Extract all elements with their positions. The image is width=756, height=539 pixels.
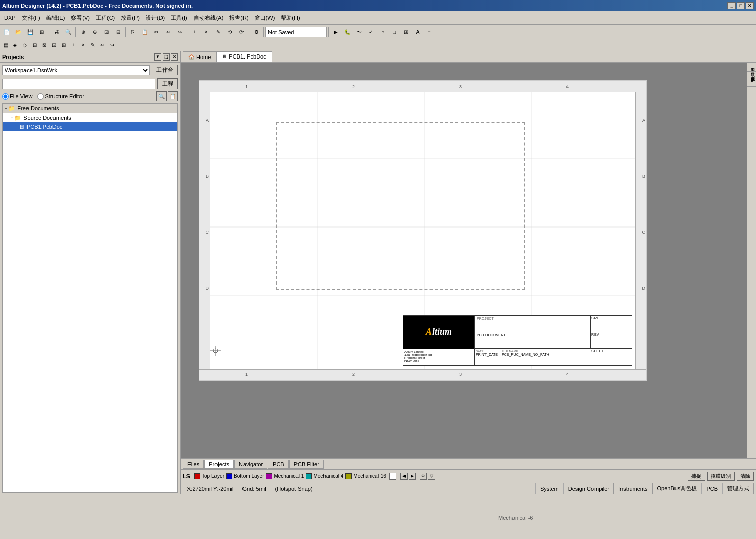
layer-top[interactable]: Top Layer <box>194 473 224 479</box>
tb2-btn10[interactable]: ✎ <box>88 41 97 50</box>
panel-close-btn[interactable]: ✕ <box>171 53 178 61</box>
debug-btn[interactable]: 🐛 <box>342 26 353 38</box>
pcb-btn[interactable]: PCB <box>701 483 722 494</box>
layer-scroll-right[interactable]: ▶ <box>409 473 416 480</box>
misc-btn4[interactable]: ⟲ <box>224 26 235 38</box>
tab-home[interactable]: 🏠 Home <box>183 51 217 62</box>
menu-autoroute[interactable]: 自动布线(A) <box>191 11 227 24</box>
wave-btn[interactable]: 〜 <box>354 26 365 38</box>
menu-dxp[interactable]: DXP <box>1 11 19 24</box>
panel-pin-btn[interactable]: ▼ <box>154 53 161 61</box>
tb2-btn7[interactable]: ⊞ <box>59 41 68 50</box>
project-input[interactable] <box>2 79 155 89</box>
layer-mech4[interactable]: Mechanical 4 <box>306 473 343 479</box>
misc-btn6[interactable]: ⚙ <box>251 26 262 38</box>
square-btn[interactable]: □ <box>389 26 400 38</box>
openbus-btn[interactable]: OpenBus调色板 <box>653 483 702 494</box>
misc-btn3[interactable]: ✎ <box>212 26 224 38</box>
layer-scroll-left[interactable]: ◀ <box>400 473 408 480</box>
zoom-out-btn[interactable]: ⊖ <box>89 26 100 38</box>
panel-expand-btn[interactable]: ⬚ <box>163 53 170 61</box>
manage-btn[interactable]: 管理方式 <box>722 483 754 494</box>
minimize-button[interactable]: _ <box>727 2 736 9</box>
workspace-btn[interactable]: 工作台 <box>152 65 178 75</box>
tab-pcb[interactable]: PCB <box>268 460 289 469</box>
menu-view[interactable]: 察看(V) <box>68 11 93 24</box>
tab-files[interactable]: Files <box>183 460 204 469</box>
layer-settings-btn[interactable]: ⚙ <box>420 473 427 480</box>
open-btn[interactable]: 📂 <box>13 26 24 38</box>
tb2-btn11[interactable]: ↩ <box>98 41 107 50</box>
redo-btn[interactable]: ↪ <box>174 26 185 38</box>
menu-place[interactable]: 放置(P) <box>118 11 143 24</box>
misc-btn2[interactable]: × <box>201 26 212 38</box>
side-panel-satellite[interactable]: 卫星图 <box>747 63 756 67</box>
tb2-btn9[interactable]: × <box>78 41 88 50</box>
design-compiler-btn[interactable]: Design Compiler <box>563 483 614 494</box>
maximize-button[interactable]: □ <box>737 2 745 9</box>
view-icon-btn1[interactable]: 🔍 <box>156 91 167 101</box>
menu-window[interactable]: 窗口(W) <box>252 11 278 24</box>
pcb-canvas[interactable]: 1 2 3 4 A B C D A B C D <box>181 63 756 458</box>
tb2-btn1[interactable]: ▤ <box>1 41 10 50</box>
new-btn[interactable]: 📄 <box>1 26 12 38</box>
save-all-btn[interactable]: ⊞ <box>36 26 47 38</box>
clear-btn[interactable]: 清除 <box>737 472 754 481</box>
tb2-btn4[interactable]: ⊟ <box>30 41 39 50</box>
side-panel-arrow[interactable]: ▼ <box>747 76 756 87</box>
layer-filter-btn[interactable]: ▽ <box>428 473 435 480</box>
undo-btn[interactable]: ↩ <box>163 26 174 38</box>
menu-help[interactable]: 帮助(H) <box>278 11 303 24</box>
menu-file[interactable]: 文件(F) <box>19 11 43 24</box>
menu-project[interactable]: 工程(C) <box>93 11 118 24</box>
menu-design[interactable]: 设计(D) <box>143 11 168 24</box>
layer-mech1[interactable]: Mechanical 1 <box>266 473 304 479</box>
grid-btn[interactable]: ⊞ <box>400 26 412 38</box>
misc-btn5[interactable]: ⟳ <box>236 26 247 38</box>
align-btn[interactable]: ≡ <box>424 26 435 38</box>
paste-btn[interactable]: 📋 <box>139 26 150 38</box>
workspace-select[interactable]: Workspace1.DsnWrk <box>2 65 150 75</box>
check-btn[interactable]: ✓ <box>365 26 376 38</box>
run-btn[interactable]: ▶ <box>330 26 341 38</box>
snap-btn[interactable]: 捕捉 <box>688 472 705 481</box>
tb2-btn2[interactable]: ◈ <box>11 41 20 50</box>
tab-pcb[interactable]: 🖥 PCB1. PcbDoc <box>217 51 272 62</box>
instruments-btn[interactable]: Instruments <box>614 483 652 494</box>
close-button[interactable]: ✕ <box>746 2 754 9</box>
print-btn[interactable]: 🖨 <box>51 26 62 38</box>
side-panel-palette[interactable]: 读取调色板 <box>747 72 756 76</box>
copy-btn[interactable]: ⎘ <box>127 26 139 38</box>
menu-edit[interactable]: 编辑(E) <box>43 11 68 24</box>
side-panel-nav[interactable]: 导航 <box>747 67 756 72</box>
tb2-btn3[interactable]: ◇ <box>20 41 30 50</box>
zoom-select-btn[interactable]: ⊟ <box>113 26 124 38</box>
text-btn[interactable]: A <box>412 26 423 38</box>
zoom-all-btn[interactable]: ⊡ <box>101 26 112 38</box>
tree-item-source-documents[interactable]: − 📁 Source Documents <box>3 113 177 122</box>
system-btn[interactable]: System <box>535 483 563 494</box>
tb2-btn6[interactable]: ⊡ <box>49 41 59 50</box>
tab-pcb-filter[interactable]: PCB Filter <box>289 460 324 469</box>
structure-editor-radio[interactable] <box>37 93 44 100</box>
layer-empty-box[interactable] <box>389 473 396 480</box>
mask-btn[interactable]: 掩膜级别 <box>707 472 735 481</box>
menu-report[interactable]: 报告(R) <box>226 11 251 24</box>
tb2-btn8[interactable]: + <box>69 41 78 50</box>
circle-btn[interactable]: ○ <box>377 26 388 38</box>
tab-navigator[interactable]: Navigator <box>234 460 267 469</box>
menu-tools[interactable]: 工具(I) <box>168 11 190 24</box>
layer-mech16[interactable]: Mechanical 16 <box>345 473 386 479</box>
layer-bottom[interactable]: Bottom Layer <box>226 473 264 479</box>
tab-projects[interactable]: Projects <box>204 460 234 469</box>
tree-item-free-documents[interactable]: − 📁 Free Documents <box>3 104 177 113</box>
tb2-btn12[interactable]: ↪ <box>107 41 117 50</box>
save-btn[interactable]: 💾 <box>24 26 36 38</box>
print-preview-btn[interactable]: 🔍 <box>63 26 74 38</box>
cut-btn[interactable]: ✂ <box>151 26 162 38</box>
tb2-btn5[interactable]: ⊠ <box>40 41 49 50</box>
structure-editor-radio-label[interactable]: Structure Editor <box>37 93 84 100</box>
file-view-radio[interactable] <box>2 93 9 100</box>
view-icon-btn2[interactable]: 📋 <box>168 91 178 101</box>
tree-item-pcb1[interactable]: 🖥 PCB1.PcbDoc <box>3 122 177 131</box>
